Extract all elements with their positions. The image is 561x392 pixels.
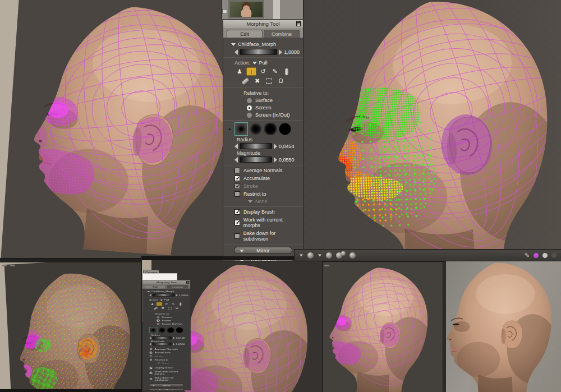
radio-screen[interactable]: Screen xyxy=(157,319,188,322)
smooth-tool-button[interactable]: ↺ xyxy=(163,302,169,306)
checkbox-display-brush[interactable]: Display Brush xyxy=(149,367,188,370)
erase-tool-button[interactable] xyxy=(153,306,159,310)
radius-value[interactable]: 0,0190 xyxy=(176,336,185,339)
slider-decrease-arrow[interactable] xyxy=(149,343,151,345)
magnitude-value[interactable]: 0,0550 xyxy=(279,157,295,163)
tab-combine[interactable]: Combine xyxy=(167,285,188,288)
panel-menu-icon[interactable] xyxy=(186,281,189,283)
slider-track[interactable] xyxy=(152,343,172,345)
radio-icon[interactable] xyxy=(247,113,252,118)
magnitude-value[interactable]: 0,0550 xyxy=(176,343,185,345)
checkbox-work-with-current-morphs[interactable]: Work with current morphs xyxy=(149,370,188,375)
radio-selected-icon[interactable] xyxy=(247,105,252,110)
palette-collapse-button[interactable] xyxy=(222,9,227,14)
dropdown-arrow-icon[interactable] xyxy=(300,254,303,256)
checkbox-icon[interactable] xyxy=(234,191,240,197)
zero-morph-button[interactable]: Zero Morph xyxy=(149,388,183,390)
checkbox-bake-down-subdivision[interactable]: Bake down for subdivision xyxy=(234,230,300,242)
tab-edit[interactable]: Edit xyxy=(227,30,263,38)
panel-titlebar[interactable]: Morphing Tool xyxy=(223,20,303,28)
magnitude-slider[interactable]: 0,0550 xyxy=(234,156,300,163)
checkbox-icon[interactable] xyxy=(149,377,153,380)
library-thumbnail[interactable] xyxy=(228,0,264,19)
morph-value[interactable]: 1,0000 xyxy=(179,294,188,297)
expand-arrow-icon[interactable] xyxy=(231,43,236,46)
slider-track[interactable] xyxy=(152,294,174,297)
checkbox-checked-icon[interactable] xyxy=(149,367,153,370)
marquee-select-button[interactable] xyxy=(167,306,173,310)
radio-surface[interactable]: Surface xyxy=(247,98,300,103)
brush-hard-preset[interactable] xyxy=(176,328,183,333)
marquee-select-button[interactable] xyxy=(264,77,274,85)
brush-medium-preset[interactable] xyxy=(158,328,165,333)
morph-value-slider[interactable]: 1,0000 xyxy=(234,49,300,55)
radius-value[interactable]: 0,0454 xyxy=(279,144,295,149)
pull-tool-button[interactable]: ↓ xyxy=(157,302,163,306)
bulge-tool-button[interactable] xyxy=(177,302,183,306)
lasso-select-button[interactable]: Ω xyxy=(276,77,286,85)
checkbox-icon[interactable] xyxy=(234,168,240,173)
slider-decrease-arrow[interactable] xyxy=(234,49,238,55)
magnitude-slider[interactable]: 0,0550 xyxy=(149,343,188,345)
radio-screen[interactable]: Screen xyxy=(247,105,300,110)
slider-decrease-arrow[interactable] xyxy=(234,157,238,163)
action-selector[interactable]: Action: Pull xyxy=(149,299,188,302)
pencil-icon[interactable]: ✎ xyxy=(525,252,530,259)
slider-track[interactable] xyxy=(240,156,272,163)
morph-header[interactable]: Childface_Morph xyxy=(231,41,300,47)
mirror-button[interactable]: Mirror xyxy=(234,247,292,254)
checkbox-checked-icon[interactable] xyxy=(234,209,240,215)
checkbox-checked-icon[interactable] xyxy=(149,371,153,374)
slider-track[interactable] xyxy=(152,336,172,339)
pin-tool-button[interactable]: ♟ xyxy=(234,67,245,76)
checkbox-average-normals[interactable]: Average Normals xyxy=(234,168,300,173)
paint-tool-button[interactable]: ✎ xyxy=(270,67,280,76)
slider-increase-arrow[interactable] xyxy=(173,343,175,345)
color-swatch-dark[interactable] xyxy=(551,253,557,258)
viewport-bottom-center-panel[interactable]: Camera Morphing Tool Edit Combine Childf… xyxy=(142,256,323,392)
checkbox-accumulate[interactable]: Accumulate xyxy=(234,176,300,181)
slider-track[interactable] xyxy=(240,143,272,149)
color-swatch-light[interactable] xyxy=(542,253,548,258)
checkbox-work-with-current-morphs[interactable]: Work with current morphs xyxy=(234,217,300,228)
checkbox-checked-icon[interactable] xyxy=(234,220,240,225)
slider-decrease-arrow[interactable] xyxy=(149,336,151,339)
checkbox-bake-down-subdivision[interactable]: Bake down for subdivision xyxy=(149,376,188,381)
action-selector[interactable]: Action: Pull xyxy=(234,60,300,66)
expand-arrow-icon[interactable] xyxy=(147,291,150,292)
move-tool-button[interactable]: ✖ xyxy=(160,306,166,310)
viewport-top-left[interactable] xyxy=(0,0,223,259)
panel-menu-icon[interactable] xyxy=(296,21,301,26)
checkbox-checked-icon[interactable] xyxy=(149,351,153,354)
radius-slider[interactable]: 0,0454 xyxy=(234,143,300,149)
brush-soft-preset[interactable] xyxy=(235,123,247,135)
color-swatch-magenta[interactable] xyxy=(534,253,539,258)
dropdown-arrow-icon[interactable] xyxy=(318,254,321,256)
tab-edit[interactable]: Edit xyxy=(145,285,166,288)
checkbox-accumulate[interactable]: Accumulate xyxy=(149,351,188,354)
lasso-select-button[interactable]: Ω xyxy=(174,306,180,310)
radio-surface[interactable]: Surface xyxy=(157,316,188,319)
paint-tool-button[interactable]: ✎ xyxy=(171,302,177,306)
pin-tool-button[interactable]: ♟ xyxy=(149,302,155,306)
display-sphere-icon[interactable] xyxy=(307,252,314,259)
display-sphere-icon[interactable] xyxy=(350,252,356,259)
slider-increase-arrow[interactable] xyxy=(274,157,277,163)
brush-medium-preset[interactable] xyxy=(250,123,262,135)
checkbox-icon[interactable] xyxy=(234,233,240,239)
checkbox-icon[interactable] xyxy=(149,348,153,351)
smooth-tool-button[interactable]: ↺ xyxy=(258,67,268,76)
radio-screen-inout[interactable]: Screen (In/Out) xyxy=(247,112,300,118)
slider-decrease-arrow[interactable] xyxy=(234,144,238,149)
radio-screen-inout[interactable]: Screen (In/Out) xyxy=(157,322,188,325)
move-tool-button[interactable]: ✖ xyxy=(252,77,263,85)
viewport-top-right[interactable] xyxy=(303,0,561,251)
mini-morphing-tool-panel[interactable]: Morphing Tool Edit Combine Childface_Mor… xyxy=(142,280,190,390)
radio-icon[interactable] xyxy=(157,322,159,325)
bulge-tool-button[interactable] xyxy=(282,67,292,76)
brush-firm-preset[interactable] xyxy=(167,328,174,333)
slider-track[interactable] xyxy=(240,49,277,55)
checkbox-restrict-to[interactable]: Restrict to xyxy=(234,191,300,197)
brush-hard-preset[interactable] xyxy=(279,123,291,135)
slider-increase-arrow[interactable] xyxy=(176,294,178,297)
